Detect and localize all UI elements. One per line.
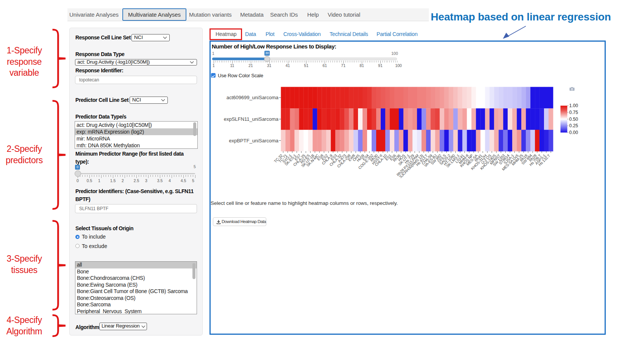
svg-text:0.25: 0.25 [569,123,578,128]
svg-text:0.50: 0.50 [569,117,578,122]
svg-text:expBPTF_uniSarcoma: expBPTF_uniSarcoma [229,138,279,144]
svg-text:0.00: 0.00 [569,130,578,135]
svg-text:0.75: 0.75 [569,110,578,115]
svg-text:expSLFN11_uniSarcoma: expSLFN11_uniSarcoma [224,116,279,122]
svg-text:1.00: 1.00 [569,103,578,108]
svg-text:act609699_uniSarcoma: act609699_uniSarcoma [227,95,279,100]
